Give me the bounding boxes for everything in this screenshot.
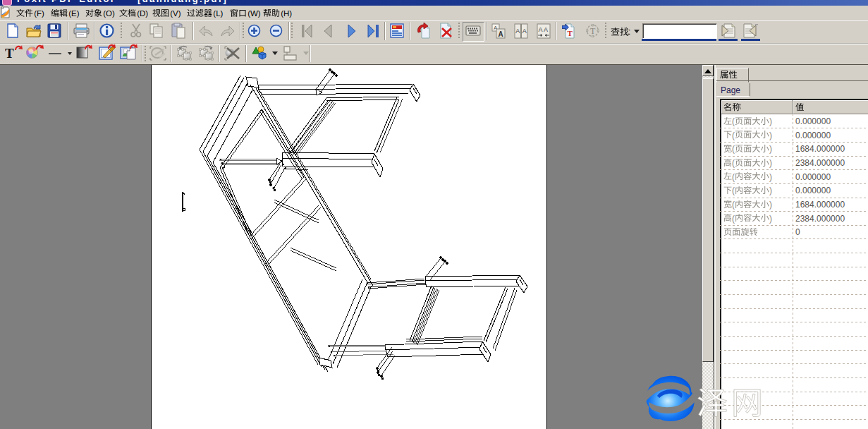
svg-text:A: A — [515, 28, 520, 35]
svg-text:T: T — [5, 46, 14, 60]
svg-text:A: A — [544, 26, 548, 33]
svg-text:T: T — [568, 29, 573, 37]
svg-text:A: A — [499, 30, 503, 38]
svg-text:A: A — [522, 28, 527, 35]
svg-text:A: A — [539, 26, 543, 33]
svg-text:T: T — [590, 26, 596, 36]
